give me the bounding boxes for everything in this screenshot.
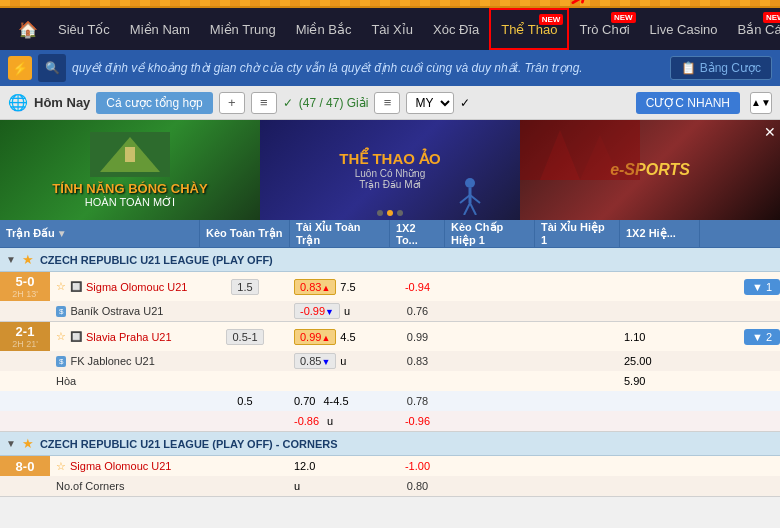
dot-2[interactable] [387, 210, 393, 216]
odds-cell-2 [200, 309, 290, 313]
match-row-hoa: Hòa 5.90 [0, 371, 780, 391]
league-toggle-2[interactable]: ▼ [6, 438, 16, 449]
col1x2-1: -0.94 [390, 279, 445, 295]
match2-expand-btn[interactable]: ▼ 2 [744, 329, 780, 345]
banner-2-sub: Luôn Có NhữngTrận Đấu Mới [355, 168, 426, 190]
nav-live-casino[interactable]: Live Casino [640, 8, 728, 50]
svg-point-3 [465, 178, 475, 188]
th-1x2-hiep[interactable]: 1X2 Hiệ... [620, 220, 700, 247]
tx-over-slavia-btn[interactable]: 0.99▲ [294, 329, 336, 345]
th-1x2-toan[interactable]: 1X2 To... [390, 220, 445, 247]
banner-the-thao-ao[interactable]: THỂ THAO ẢO Luôn Có NhữngTrận Đấu Mới [260, 120, 520, 220]
soccer-player-icon [450, 175, 490, 215]
globe-icon: 🌐 [8, 93, 28, 112]
nav-mien-nam[interactable]: Miền Nam [120, 8, 200, 50]
1x2-hiep-hoa: 5.90 [620, 373, 700, 389]
nav-the-thao[interactable]: NEW Thể Thao ➜ [489, 8, 569, 50]
site-logo: ⚡ [8, 56, 32, 80]
hoa-label: Hòa [56, 375, 76, 387]
sigma-corners-name: Sigma Olomouc U21 [70, 460, 172, 472]
filter-button[interactable]: ≡ [251, 92, 277, 114]
match-row-corners-2: No.of Corners u 0.80 [0, 476, 780, 496]
team-star-corners[interactable]: ☆ [56, 460, 66, 473]
team-star-2[interactable]: ☆ [56, 330, 66, 343]
team-flag-icon-2: 🔲 [70, 331, 82, 342]
no-of-corners-name: No.of Corners [56, 480, 124, 492]
tx-under-btn[interactable]: -0.99▼ [294, 303, 340, 319]
tx-over-btn[interactable]: 0.83▲ [294, 279, 336, 295]
list-button[interactable]: ≡ [374, 92, 400, 114]
bang-cuoc-button[interactable]: 📋 Bảng Cược [670, 56, 772, 80]
tx-cell-hoa [290, 379, 390, 383]
team2-cell: $ Baník Ostrava U21 [50, 303, 200, 319]
svg-rect-9 [520, 120, 640, 180]
sort-arrows[interactable]: ▲▼ [750, 92, 772, 114]
nav-tro-choi[interactable]: NEW Trò Chơi [569, 8, 639, 50]
banner-esports[interactable]: e-SPORTS [520, 120, 780, 220]
match-row-team2: $ Baník Ostrava U21 -0.99▼ u 0.76 [0, 301, 780, 321]
slavia-name: Slavia Praha U21 [86, 331, 172, 343]
match-row-team1: 5-0 2H 13' ☆ 🔲 Sigma Olomouc U21 1.5 0.8… [0, 272, 780, 301]
tx-cell-jablonec: 0.85▼ u [290, 351, 390, 371]
th-keo-chap-hiep1[interactable]: Kèo Chấp Hiệp 1 [445, 220, 535, 247]
odds-cell-extra: 0.5 [200, 393, 290, 409]
league-toggle[interactable]: ▼ [6, 254, 16, 265]
th-tran-dau[interactable]: Trận Đấu ▼ [0, 220, 200, 247]
nav-ban-ca[interactable]: NEW Bắn Cá [728, 8, 781, 50]
jablonec-cell: $ FK Jablonec U21 [50, 353, 200, 369]
nav-mien-bac[interactable]: Miền Bắc [286, 8, 362, 50]
top-decorative-bar [0, 0, 780, 8]
my-select[interactable]: MY [406, 92, 454, 114]
match-slavia-jablonec: 2-1 2H 21' ☆ 🔲 Slavia Praha U21 0.5-1 0.… [0, 322, 780, 432]
add-button[interactable]: + [219, 92, 245, 114]
th-keo-toan-tran[interactable]: Kèo Toàn Trận [200, 220, 290, 247]
tx-cell-extra: 0.70 4-4.5 [290, 393, 390, 409]
table-header: Trận Đấu ▼ Kèo Toàn Trận Tài Xỉu Toàn Tr… [0, 220, 780, 248]
th-tai-xiu-toan-tran[interactable]: Tài Xỉu Toàn Trận [290, 220, 390, 247]
league-star[interactable]: ★ [22, 252, 34, 267]
odds-cell-hoa [200, 379, 290, 383]
nav-xoc-dia[interactable]: Xóc Đĩa [423, 8, 489, 50]
col1x2-extra2: -0.96 [390, 413, 445, 429]
banner-baseball[interactable]: TÍNH NĂNG BÓNG CHÀY HOÀN TOÀN MỚI [0, 120, 260, 220]
tx-cell-1: 0.83▲ 7.5 [290, 277, 390, 297]
tx-under-jablonec-btn[interactable]: 0.85▼ [294, 353, 336, 369]
match-row-jablonec: $ FK Jablonec U21 0.85▼ u 0.83 25.00 [0, 351, 780, 371]
banner-close-button[interactable]: ✕ [764, 124, 776, 140]
col1x2-2: 0.76 [390, 303, 445, 319]
odds-btn-slavia[interactable]: 0.5-1 [226, 329, 263, 345]
corners-team1-cell: ☆ Sigma Olomouc U21 [50, 458, 200, 475]
col1x2-jablonec: 0.83 [390, 353, 445, 369]
match-row-corners-1: 8-0 ☆ Sigma Olomouc U21 12.0 -1.00 [0, 456, 780, 476]
filter-bar: 🌐 Hôm Nay Cá cược tổng hợp + ≡ ✓ (47 / 4… [0, 86, 780, 120]
corners-score: 8-0 [0, 456, 50, 476]
match1-expand-btn[interactable]: ▼ 1 [744, 279, 780, 295]
keo-chap-slavia [445, 335, 535, 339]
svg-rect-2 [125, 147, 135, 162]
th-tai-xiu-hiep1[interactable]: Tài Xỉu Hiệp 1 [535, 220, 620, 247]
team-star[interactable]: ☆ [56, 280, 66, 293]
team-flag-icon: 🔲 [70, 281, 82, 292]
dot-1[interactable] [377, 210, 383, 216]
league-row-czech-u21: ▼ ★ CZECH REPUBLIC U21 LEAGUE (PLAY OFF) [0, 248, 780, 272]
league-star-2[interactable]: ★ [22, 436, 34, 451]
svg-line-7 [464, 203, 470, 215]
col1x2-hoa [390, 379, 445, 383]
nav-sieu-toc[interactable]: Siêu Tốc [48, 8, 120, 50]
odds-cell-jablonec [200, 359, 290, 363]
search-icon[interactable]: 🔍 [38, 54, 66, 82]
match-corners: 8-0 ☆ Sigma Olomouc U21 12.0 -1.00 No.of… [0, 456, 780, 497]
cuoc-nhanh-button[interactable]: CƯỢC NHANH [636, 92, 740, 114]
odds-btn-1[interactable]: 1.5 [231, 279, 258, 295]
nav-tai-xiu[interactable]: Tài Xỉu [361, 8, 423, 50]
nav-mien-trung[interactable]: Miền Trung [200, 8, 286, 50]
match-sigma-banik: 5-0 2H 13' ☆ 🔲 Sigma Olomouc U21 1.5 0.8… [0, 272, 780, 322]
banner-area: ✕ TÍNH NĂNG BÓNG CHÀY HOÀN TOÀN MỚI THỂ … [0, 120, 780, 220]
ca-cuoc-button[interactable]: Cá cược tổng hợp [96, 92, 212, 114]
search-bar: ⚡ 🔍 quyết định về khoảng thời gian chờ c… [0, 50, 780, 86]
odds-cell-slavia: 0.5-1 [200, 327, 290, 347]
tx-cell-extra2: -0.86 u [290, 413, 390, 429]
dot-3[interactable] [397, 210, 403, 216]
home-button[interactable]: 🏠 [8, 20, 48, 39]
odds-corners-2 [200, 484, 290, 488]
